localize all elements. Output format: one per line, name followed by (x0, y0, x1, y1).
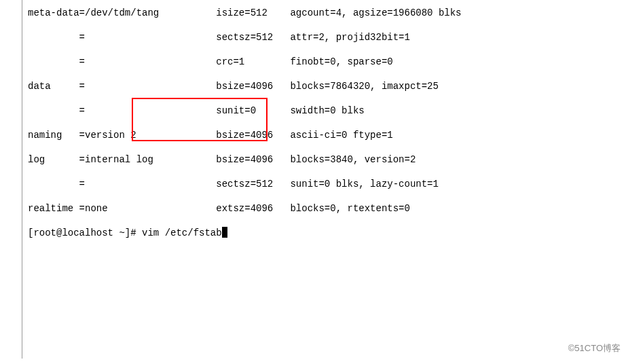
command-text: vim /etc/fstab (142, 228, 222, 238)
mkfs-line: = crc=1 finobt=0, sparse=0 (28, 56, 462, 68)
mkfs-line: naming =version 2 bsize=4096 ascii-ci=0 … (28, 129, 462, 141)
shell-prompt: [root@localhost ~]# (28, 228, 142, 238)
mkfs-line: log =internal log bsize=4096 blocks=3840… (28, 153, 462, 166)
terminal-output: meta-data=/dev/tdm/tang isize=512 agcoun… (22, 0, 462, 359)
mkfs-line: = sunit=0 swidth=0 blks (28, 105, 462, 117)
mkfs-line: realtime =none extsz=4096 blocks=0, rtex… (28, 202, 462, 215)
mkfs-line: meta-data=/dev/tdm/tang isize=512 agcoun… (28, 7, 462, 19)
prompt-line[interactable]: [root@localhost ~]# vim /etc/fstab (28, 227, 462, 239)
mkfs-line: = sectsz=512 attr=2, projid32bit=1 (28, 31, 462, 43)
mkfs-line: data = bsize=4096 blocks=7864320, imaxpc… (28, 80, 462, 92)
mkfs-line: = sectsz=512 sunit=0 blks, lazy-count=1 (28, 178, 462, 190)
cursor (222, 227, 227, 238)
watermark: ©51CTO博客 (568, 342, 621, 354)
